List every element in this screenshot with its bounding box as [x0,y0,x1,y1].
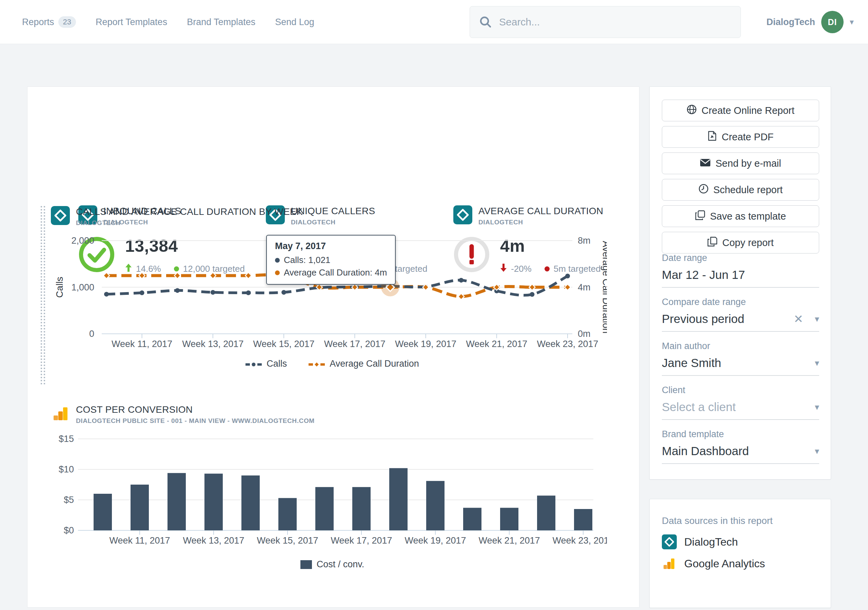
data-source-dialogtech: DialogTech [662,534,738,549]
chevron-down-icon[interactable]: ▾ [815,314,819,324]
legend-duration-label: Average Call Duration [330,359,419,369]
bar-chart-legend: Cost / conv. [68,559,597,570]
data-source-name: Google Analytics [684,557,765,570]
chevron-down-icon[interactable]: ▾ [815,446,819,457]
line-chart-legend: Calls Average Call Duration [68,359,597,369]
save-as-template-button[interactable]: Save as template [662,205,819,227]
dialogtech-icon [662,534,677,549]
report-actions-panel: Create Online Report Create PDF Send by … [649,87,831,480]
nav-send-log-label: Send Log [275,17,314,28]
calls-dot-icon [275,258,280,263]
line-chart-title: CALLS AND AVERAGE CALL DURATION BY WEEK [76,206,303,217]
account-area: DialogTech DI ▾ [766,0,854,44]
google-analytics-icon [51,404,70,423]
account-menu-caret-icon[interactable]: ▾ [850,17,854,27]
svg-text:Calls: Calls [54,277,65,297]
svg-text:0m: 0m [578,329,591,339]
legend-item-average-call-duration[interactable]: Average Call Duration [308,359,419,369]
button-label: Create PDF [722,132,773,142]
avatar[interactable]: DI [821,11,843,33]
nav-report-templates-label: Report Templates [96,17,167,28]
svg-text:Week 19, 2017: Week 19, 2017 [405,536,466,546]
client-value: Select a client [662,400,815,414]
nav-reports-label: Reports [22,17,54,28]
nav-brand-templates-label: Brand Templates [187,17,255,28]
clear-icon[interactable]: ✕ [794,312,803,326]
svg-text:Week 17, 2017: Week 17, 2017 [324,339,386,349]
date-range-field: Date range Mar 12 - Jun 17 [662,253,819,288]
svg-text:$5: $5 [64,495,74,505]
search-box[interactable] [470,6,741,38]
svg-text:$15: $15 [59,434,74,444]
brand-template-field: Brand template Main Dashboard ▾ [662,429,819,464]
compare-date-range-label: Compare date range [662,297,819,307]
svg-text:1,000: 1,000 [71,282,94,293]
search-icon [479,15,492,29]
data-sources-panel: Data sources in this report DialogTech G… [649,499,831,608]
client-value-row[interactable]: Select a client ▾ [662,400,819,414]
button-label: Save as template [710,211,786,222]
calls-line-swatch-icon [245,359,262,369]
line-chart-header: CALLS AND AVERAGE CALL DURATION BY WEEK … [51,206,303,227]
bar-chart-title: COST PER CONVERSION [76,404,315,415]
data-sources-label: Data sources in this report [662,516,773,526]
bar-chart-source: DIALOGTECH PUBLIC SITE - 001 - MAIN VIEW… [76,417,315,425]
tooltip-duration: Average Call Duration: 4m [284,267,387,278]
send-by-email-button[interactable]: Send by e-mail [662,153,819,174]
svg-text:Week 11, 2017: Week 11, 2017 [109,536,170,546]
svg-text:Week 23, 2017: Week 23, 2017 [537,339,598,349]
main-author-field: Main author Jane Smith ▾ [662,341,819,376]
svg-text:Week 21, 2017: Week 21, 2017 [466,339,527,349]
duration-dot-icon [275,271,280,275]
legend-item-cost-per-conv[interactable]: Cost / conv. [301,559,364,570]
legend-item-calls[interactable]: Calls [245,359,287,369]
google-analytics-icon [662,556,677,571]
button-label: Create Online Report [702,105,794,116]
svg-text:Week 19, 2017: Week 19, 2017 [395,339,456,349]
legend-cost-label: Cost / conv. [317,559,364,570]
chevron-down-icon[interactable]: ▾ [815,358,819,368]
copy-report-button[interactable]: Copy report [662,232,819,254]
kpi-title: AVERAGE CALL DURATION [478,205,603,217]
data-source-google-analytics: Google Analytics [662,556,765,571]
dialogtech-icon [51,206,70,225]
dialogtech-icon [453,205,472,224]
compare-date-range-value-row[interactable]: Previous period ✕ ▾ [662,312,819,326]
reports-count-badge: 23 [58,16,76,28]
top-nav: Reports 23 Report Templates Brand Templa… [0,0,868,44]
brand-template-value: Main Dashboard [662,444,815,458]
svg-text:Week 11, 2017: Week 11, 2017 [112,339,172,349]
account-name: DialogTech [766,17,815,28]
clock-icon [699,184,708,196]
legend-calls-label: Calls [267,359,287,369]
date-range-value-row[interactable]: Mar 12 - Jun 17 [662,268,819,282]
cost-conv-swatch-icon [301,560,312,569]
chart-tooltip: May 7, 2017 Calls: 1,021 Average Call Du… [266,235,396,285]
nav-item-brand-templates[interactable]: Brand Templates [187,17,255,28]
create-online-report-button[interactable]: Create Online Report [662,100,819,121]
tooltip-date: May 7, 2017 [275,241,387,251]
cost-per-conversion-bar-chart[interactable]: $0$5$10$15Week 11, 2017Week 13, 2017Week… [44,430,607,565]
copy-icon [695,210,705,223]
compare-date-range-value: Previous period [662,312,794,326]
kpi-source: DIALOGTECH [291,218,375,226]
kpi-title: UNIQUE CALLERS [291,205,375,217]
svg-text:Week 13, 2017: Week 13, 2017 [183,536,244,546]
data-source-name: DialogTech [684,536,738,548]
search-input[interactable] [499,16,732,28]
date-range-value: Mar 12 - Jun 17 [662,268,819,282]
nav-item-reports[interactable]: Reports 23 [22,16,76,28]
pages-icon [707,237,718,249]
nav-item-send-log[interactable]: Send Log [275,17,314,28]
nav-item-report-templates[interactable]: Report Templates [96,17,167,28]
main-author-value-row[interactable]: Jane Smith ▾ [662,356,819,370]
button-label: Schedule report [713,184,783,195]
create-pdf-button[interactable]: Create PDF [662,126,819,148]
client-label: Client [662,385,819,395]
schedule-report-button[interactable]: Schedule report [662,179,819,201]
main-author-value: Jane Smith [662,356,815,370]
svg-text:8m: 8m [578,235,591,246]
brand-template-value-row[interactable]: Main Dashboard ▾ [662,444,819,458]
chevron-down-icon[interactable]: ▾ [815,402,819,412]
svg-text:Week 15, 2017: Week 15, 2017 [253,339,315,349]
